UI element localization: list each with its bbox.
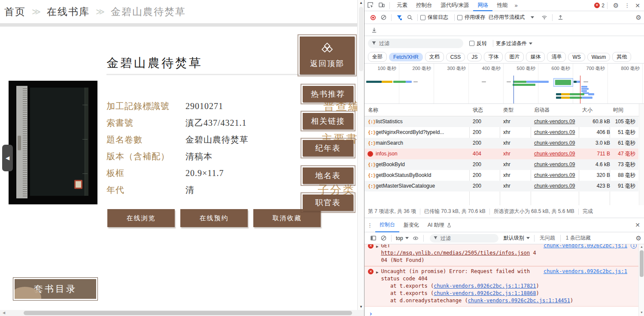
action-button-在线浏览[interactable]: 在线浏览 [107, 209, 175, 227]
console-sidebar-toggle-icon[interactable] [368, 233, 378, 243]
error-count-badge[interactable]: ✕ 2 [594, 3, 605, 9]
more-filters-button[interactable]: 更多过滤条件 [496, 40, 532, 47]
live-expression-eye-icon[interactable] [410, 233, 421, 243]
tab-console[interactable]: 控制台 [412, 0, 437, 11]
tab-performance[interactable]: 性能 [492, 0, 512, 11]
floating-button-纪年表[interactable]: 纪年表 [303, 140, 353, 156]
request-row-mainSearch[interactable]: {:}mainSearch200xhrchunk-vendors.093.0 k… [365, 138, 638, 149]
console-scroll-down-icon[interactable]: ▼ [639, 310, 644, 315]
devtools-close-icon[interactable]: ✕ [632, 2, 644, 9]
breadcrumb-online-library[interactable]: 在线书库 [47, 5, 90, 18]
table-scrollbar[interactable] [639, 104, 644, 205]
device-toolbar-icon[interactable] [376, 2, 387, 9]
console-scroll-up-icon[interactable]: ▲ [639, 244, 644, 249]
filter-chip-清单[interactable]: 清单 [547, 52, 566, 62]
initiator-link[interactable]: chunk-vendors.09 [534, 140, 575, 146]
filter-toggle-icon[interactable] [394, 12, 404, 23]
column-header-time[interactable]: 时间 [613, 104, 623, 116]
tab-sources[interactable]: 源代码/来源 [437, 0, 474, 11]
log-level-select[interactable]: 默认级别 [504, 234, 530, 242]
vertical-scroll-thumb[interactable] [359, 7, 363, 71]
network-conditions-icon[interactable] [539, 12, 550, 23]
request-row-infos.json[interactable]: ✕infos.json404xhrchunk-vendors.09711 B47… [365, 149, 638, 159]
console-error-get-404[interactable]: ✕ ▶ GET http://msq.ynlib.cn/medias/2505/… [365, 244, 644, 266]
network-settings-icon[interactable]: ⚙ [633, 12, 644, 23]
column-header-status[interactable]: 状态 [473, 104, 483, 116]
invert-filter-label[interactable]: 反转 [477, 40, 487, 47]
stack-frame-link[interactable]: chunk-vendors.0926c2bc.js:1:18868 [434, 290, 536, 296]
horizontal-scroll-thumb[interactable] [24, 311, 352, 315]
console-scroll-thumb[interactable] [640, 250, 644, 277]
expand-triangle-icon[interactable]: ▶ [376, 244, 378, 250]
column-header-type[interactable]: 类型 [503, 104, 513, 116]
drawer-tab-console[interactable]: 控制台 [375, 218, 399, 232]
sidebar-collapse-handle[interactable]: ◀ [2, 145, 13, 171]
request-row-getNginxRecordById?typeId...[interactable]: {:}getNginxRecordById?typeId...200xhrchu… [365, 127, 638, 138]
clear-console-icon[interactable] [378, 233, 389, 243]
action-button-在线预约[interactable]: 在线预约 [180, 209, 248, 227]
more-tabs-chevron[interactable]: » [512, 2, 520, 9]
column-header-size[interactable]: 大小 [582, 104, 592, 116]
console-source-link[interactable]: chunk-vendors.0926c2bc.js:1 [544, 244, 627, 249]
back-to-top-button[interactable]: 返回顶部 [300, 36, 355, 74]
scroll-left-arrow[interactable]: ◀ [1, 310, 7, 316]
record-network-log-button[interactable] [368, 12, 378, 23]
filter-chip-全部[interactable]: 全部 [368, 52, 387, 62]
filter-chip-文档[interactable]: 文档 [425, 52, 444, 62]
console-scrollbar[interactable]: ▲ ▼ [638, 244, 644, 316]
scroll-down-arrow[interactable]: ▼ [358, 304, 364, 310]
import-har-icon[interactable] [555, 12, 565, 23]
initiator-link[interactable]: chunk-vendors.09 [534, 118, 575, 125]
initiator-link[interactable]: chunk-vendors.09 [534, 129, 575, 135]
filter-chip-JS[interactable]: JS [467, 53, 482, 61]
column-header-initiator[interactable]: 启动器 [534, 104, 550, 116]
floating-button-地名表[interactable]: 地名表 [303, 167, 353, 184]
initiator-link[interactable]: chunk-vendors.09 [534, 172, 575, 178]
network-filter-input[interactable] [379, 40, 452, 46]
floating-button-热书推荐[interactable]: 热书推荐 [303, 86, 353, 102]
request-row-listStatistics[interactable]: {:}listStatistics200xhrchunk-vendors.096… [365, 116, 638, 127]
javascript-context-select[interactable]: top [396, 235, 409, 241]
stack-frame-link[interactable]: chunk-vendors.0926c2bc.js:1:14451 [468, 298, 570, 304]
tab-network[interactable]: 网络 [473, 0, 492, 11]
stack-frame-link[interactable]: chunk-vendors.0926c2bc.js:1:17821 [434, 283, 536, 289]
floating-button-相关链接[interactable]: 相关链接 [303, 113, 353, 129]
disable-cache-label[interactable]: 停用缓存 [465, 14, 485, 21]
page-horizontal-scrollbar[interactable]: ◀ [0, 310, 364, 316]
request-row-getBookStatusByBookId[interactable]: {:}getBookStatusByBookId200xhrchunk-vend… [365, 170, 638, 181]
initiator-link[interactable]: chunk-vendors.09 [534, 161, 575, 167]
action-button-取消收藏[interactable]: 取消收藏 [253, 209, 321, 227]
expand-triangle-icon[interactable]: ▶ [376, 269, 378, 276]
scroll-up-arrow[interactable]: ▲ [358, 0, 364, 6]
console-prompt-chevron[interactable]: › [365, 307, 644, 316]
book-cover-image[interactable] [9, 81, 97, 204]
inspect-element-icon[interactable] [365, 2, 376, 9]
devtools-menu-icon[interactable]: ⋮ [622, 2, 632, 9]
filter-chip-其他[interactable]: 其他 [612, 52, 631, 62]
series-catalog-button[interactable]: 套书目录 [13, 277, 98, 301]
drawer-tab-ai-assistant[interactable]: AI 助理 [423, 218, 456, 232]
similar-messages-badge[interactable]: 1 [631, 244, 637, 249]
invert-filter-checkbox[interactable] [469, 41, 474, 46]
floating-button-职官表[interactable]: 职官表 [303, 194, 353, 211]
throttling-select[interactable]: 已停用节流模式 [489, 14, 534, 21]
filter-chip-Wasm[interactable]: Wasm [587, 53, 611, 61]
breadcrumb-home[interactable]: 首页 [4, 5, 26, 18]
console-settings-icon[interactable]: ⚙ [633, 233, 644, 244]
filter-chip-图片[interactable]: 图片 [505, 52, 524, 62]
download-har-icon[interactable] [369, 25, 379, 35]
console-source-link[interactable]: chunk-vendors.0926c2bc.js:1 [544, 268, 627, 275]
preserve-log-checkbox[interactable] [420, 15, 425, 20]
tab-elements[interactable]: 元素 [392, 0, 412, 11]
filter-chip-字体[interactable]: 字体 [484, 52, 503, 62]
drawer-menu-icon[interactable]: ⋮ [365, 222, 375, 228]
request-row-getMasterSlaveCatalogue[interactable]: {:}getMasterSlaveCatalogue200xhrchunk-ve… [365, 181, 638, 191]
clear-network-log-button[interactable] [378, 12, 389, 23]
preserve-log-label[interactable]: 保留日志 [428, 14, 448, 21]
page-vertical-scrollbar[interactable]: ▲ ▼ [357, 0, 364, 310]
filter-chip-CSS[interactable]: CSS [446, 53, 465, 61]
initiator-link[interactable]: chunk-vendors.09 [534, 151, 575, 157]
failed-request-url-link[interactable]: http://msq.ynlib.cn/medias/2505/tiles/in… [381, 250, 530, 256]
column-header-name[interactable]: 名称 [368, 104, 378, 116]
initiator-link[interactable]: chunk-vendors.09 [534, 183, 575, 189]
